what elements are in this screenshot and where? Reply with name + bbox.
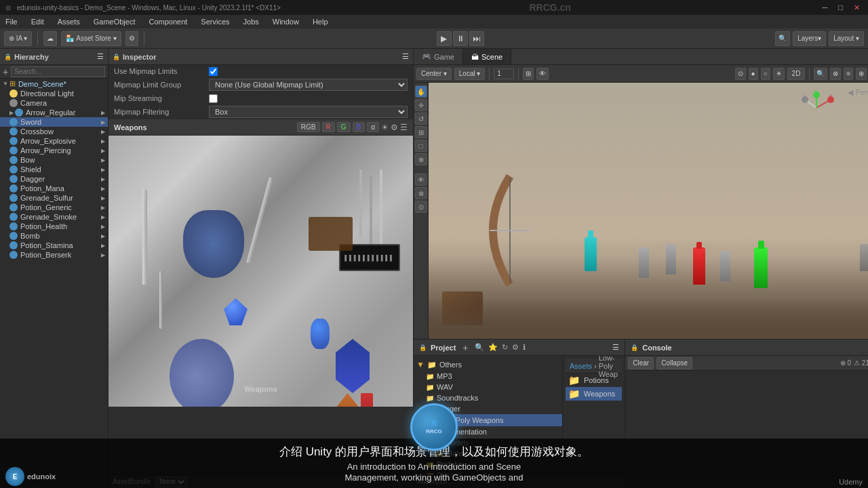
- layers-dropdown[interactable]: Layers ▾: [793, 31, 826, 46]
- menu-gameobject[interactable]: GameObject: [91, 18, 138, 26]
- menu-component[interactable]: Component: [146, 18, 190, 26]
- settings-icon-btn[interactable]: ⚙: [125, 31, 138, 46]
- extra-tool-btn[interactable]: ⊗: [415, 187, 427, 199]
- menu-edit[interactable]: Edit: [28, 18, 47, 26]
- cloud-icon-btn[interactable]: ☁: [43, 31, 57, 46]
- dagger-expand: ▶: [101, 176, 105, 182]
- scene-circle-btn[interactable]: ○: [761, 68, 770, 80]
- mipmap-limit-group-select[interactable]: None (Use Global Mipmap Limit): [209, 79, 408, 91]
- clear-button[interactable]: Clear: [628, 357, 654, 369]
- hierarchy-item-shield[interactable]: Shield ▶: [0, 165, 108, 174]
- hierarchy-item-grenade-sulfur[interactable]: Grenade_Sulfur ▶: [0, 193, 108, 203]
- tree-item-wav[interactable]: 📁 WAV: [414, 382, 562, 392]
- project-add-btn[interactable]: +: [462, 342, 468, 353]
- grid-icon-btn[interactable]: ⊞: [523, 68, 534, 80]
- maximize-button[interactable]: □: [835, 3, 846, 12]
- move-tool-btn[interactable]: ✛: [415, 99, 427, 111]
- hierarchy-add-button[interactable]: +: [3, 66, 8, 77]
- view-tool-btn[interactable]: 👁: [415, 174, 427, 186]
- zoom-btn[interactable]: 🔍: [814, 68, 827, 80]
- inspector-menu-icon[interactable]: ☰: [402, 52, 409, 61]
- project-star-icon[interactable]: ⭐: [488, 343, 498, 352]
- hierarchy-item-dagger[interactable]: Dagger ▶: [0, 174, 108, 184]
- channel-b-btn[interactable]: B: [353, 122, 366, 132]
- hierarchy-item-demo-scene[interactable]: ▼ ⊞ Demo_Scene*: [0, 79, 108, 89]
- hierarchy-item-crossbow[interactable]: Crossbow ▶: [0, 127, 108, 136]
- tree-item-soundtracks[interactable]: 📁 Soundtracks: [414, 392, 562, 403]
- rect-tool-btn[interactable]: □: [415, 140, 427, 152]
- menu-services[interactable]: Services: [198, 18, 232, 26]
- hierarchy-item-directional-light[interactable]: Directional Light: [0, 89, 108, 98]
- hierarchy-item-arrow-piercing[interactable]: Arrow_Piercing ▶: [0, 146, 108, 155]
- vis-icon-btn[interactable]: 👁: [536, 68, 549, 80]
- hierarchy-item-potion-mana[interactable]: Potion_Mana ▶: [0, 184, 108, 193]
- scene-extra-2[interactable]: ≡: [844, 68, 853, 80]
- hierarchy-item-bomb[interactable]: Bomb ▶: [0, 231, 108, 241]
- search-icon-btn[interactable]: 🔍: [775, 31, 790, 46]
- project-search-icon[interactable]: 🔍: [475, 343, 484, 352]
- scale-tool-btn[interactable]: ⊞: [415, 126, 427, 138]
- step-button[interactable]: ⏭: [469, 31, 484, 46]
- menu-file[interactable]: File: [3, 18, 20, 26]
- hierarchy-item-sword[interactable]: Sword ▶: [0, 117, 108, 127]
- tree-item-others[interactable]: ▼ 📁 Others: [414, 359, 562, 371]
- file-item-weapons[interactable]: 📁 Weapons: [566, 387, 622, 401]
- channel-r-btn[interactable]: R: [322, 122, 335, 132]
- scene-2d-btn[interactable]: 2D: [787, 68, 806, 80]
- hierarchy-item-arrow-explosive[interactable]: Arrow_Explosive ▶: [0, 136, 108, 146]
- game-tab[interactable]: 🎮 Game: [414, 49, 463, 64]
- hierarchy-item-potion-health[interactable]: Potion_Health ▶: [0, 222, 108, 231]
- window-controls[interactable]: ─ □ ✕: [820, 3, 863, 12]
- pause-button[interactable]: ⏸: [453, 31, 468, 46]
- project-info-icon[interactable]: ℹ: [523, 343, 526, 352]
- hierarchy-search-input[interactable]: [11, 66, 105, 77]
- tree-item-mp3[interactable]: 📁 MP3: [414, 371, 562, 382]
- collapse-button[interactable]: Collapse: [656, 357, 692, 369]
- hierarchy-item-bow[interactable]: Bow ▶: [0, 155, 108, 165]
- channel-g-btn[interactable]: G: [337, 122, 351, 132]
- scene-canvas[interactable]: ✋ ✛ ↺ ⊞ □ ⊕ 👁 ⊗ ⊙ ◀ Persp: [414, 83, 868, 339]
- scene-sun-btn[interactable]: ☀: [773, 68, 785, 80]
- channel-settings-icon: ⚙: [391, 123, 398, 132]
- local-dropdown[interactable]: Local ▾: [454, 68, 486, 80]
- hierarchy-item-potion-berserk[interactable]: Potion_Berserk ▶: [0, 250, 108, 260]
- scene-tab[interactable]: 🏔 Scene: [463, 49, 511, 64]
- extra-tool-btn2[interactable]: ⊙: [415, 201, 427, 213]
- menu-window[interactable]: Window: [270, 18, 302, 26]
- mip-streaming-checkbox[interactable]: [209, 94, 218, 103]
- scene-extra-3[interactable]: ⊕: [856, 68, 867, 80]
- mipmap-limits-checkbox[interactable]: [209, 67, 218, 76]
- menu-help[interactable]: Help: [310, 18, 331, 26]
- asset-store-dropdown[interactable]: 🏪 Asset Store ▾: [61, 31, 121, 46]
- hand-tool-btn[interactable]: ✋: [415, 85, 427, 98]
- hierarchy-item-arrow-regular[interactable]: ▶ Arrow_Regular ▶: [0, 108, 108, 117]
- grid-input[interactable]: [494, 68, 514, 79]
- hierarchy-item-grenade-smoke[interactable]: Grenade_Smoke ▶: [0, 212, 108, 222]
- center-dropdown[interactable]: Center ▾: [416, 68, 452, 80]
- scene-3d-view[interactable]: ◀ Persp X Z Y: [429, 83, 868, 339]
- layout-dropdown[interactable]: Layout ▾: [829, 31, 864, 46]
- play-button[interactable]: ▶: [437, 31, 452, 46]
- project-menu-icon[interactable]: ☰: [612, 343, 619, 352]
- ia-dropdown[interactable]: ⊗ IA ▾: [4, 31, 32, 46]
- menu-assets[interactable]: Assets: [55, 18, 83, 26]
- scene-extra-1[interactable]: ⊗: [830, 68, 841, 80]
- potion-stamina-expand: ▶: [101, 243, 105, 249]
- rotate-tool-btn[interactable]: ↺: [415, 113, 427, 125]
- hierarchy-item-potion-generic[interactable]: Potion_Generic ▶: [0, 203, 108, 212]
- hierarchy-item-potion-stamina[interactable]: Potion_Stamina ▶: [0, 241, 108, 250]
- transform-tool-btn[interactable]: ⊕: [415, 153, 427, 165]
- hierarchy-item-camera[interactable]: Camera: [0, 98, 108, 108]
- scene-sphere-btn[interactable]: ●: [749, 68, 758, 80]
- channel-alpha-btn[interactable]: α: [367, 122, 379, 132]
- menu-jobs[interactable]: Jobs: [241, 18, 262, 26]
- channel-rgb-btn[interactable]: RGB: [297, 122, 320, 132]
- dagger-icon: [9, 175, 18, 183]
- project-settings-icon[interactable]: ⚙: [512, 343, 519, 352]
- close-button[interactable]: ✕: [851, 3, 863, 12]
- hierarchy-menu-icon[interactable]: ☰: [97, 52, 104, 61]
- project-refresh-icon[interactable]: ↻: [502, 343, 508, 352]
- scene-eye-btn[interactable]: ⊙: [735, 68, 746, 80]
- mipmap-filtering-select[interactable]: Box: [209, 106, 408, 118]
- minimize-button[interactable]: ─: [820, 3, 831, 12]
